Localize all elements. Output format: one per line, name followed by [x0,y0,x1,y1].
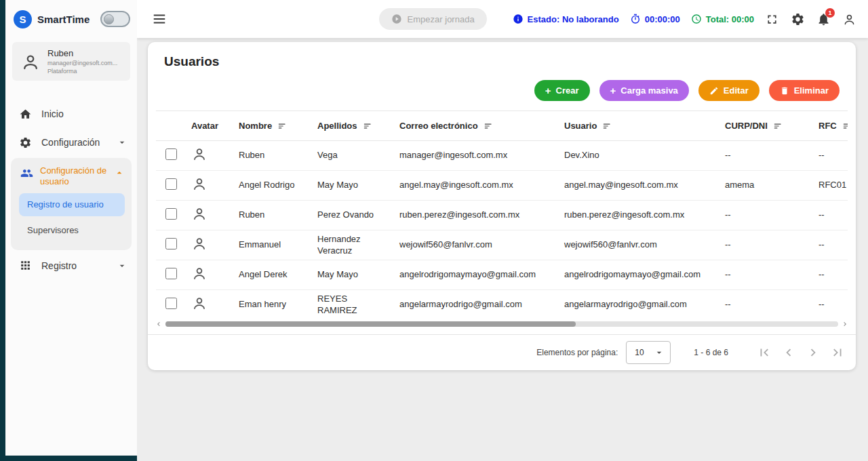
status-text: Estado: No laborando [528,14,619,24]
column-label: Usuario [564,121,597,131]
plus-icon: + [545,85,551,96]
people-icon [20,167,33,180]
submenu-configuracion-usuario: Configuración de usuario Registro de usu… [11,158,132,250]
create-button[interactable]: + Crear [534,80,590,101]
notification-badge: 1 [825,8,835,18]
scroll-right-icon[interactable] [841,320,849,328]
sidebar-item-registro-de-usuario[interactable]: Registro de usuario [19,193,125,216]
table-row: Angel Derek May Mayo angelrodrigomaymayo… [156,260,848,290]
cell-correo: angel.may@ingesoft.com.mx [399,171,564,201]
sidebar-user-card[interactable]: Ruben manager@ingesoft.com... Plataforma [12,42,130,81]
column-header-nombre: Nombre [239,111,317,141]
cell-usuario: angel.may@ingesoft.com.mx [564,171,725,201]
scroll-left-icon[interactable] [155,320,163,328]
cell-curp: -- [725,141,818,171]
cell-curp: -- [725,260,818,290]
scrollbar-thumb[interactable] [165,321,576,327]
sidebar-item-registro[interactable]: Registro [5,252,137,280]
info-icon [513,14,524,24]
create-button-label: Crear [556,85,579,96]
items-per-page-select[interactable]: 10 [626,341,671,364]
person-icon [842,12,856,26]
user-avatar-icon [191,205,208,222]
cell-correo: wejowif560@fanlvr.com [399,230,564,260]
sort-icon[interactable] [842,121,848,131]
main-content: Usuarios + Crear + Carga masiva Editar E… [137,38,868,461]
fullscreen-icon [765,12,779,26]
users-table: Avatar Nombre Apellidos Correo electróni… [156,111,848,317]
user-avatar-icon [191,265,208,281]
row-checkbox[interactable] [165,238,177,249]
fullscreen-button[interactable] [765,12,780,26]
toggle-knob [104,14,114,24]
row-checkbox[interactable] [165,298,177,309]
edit-button-label: Editar [724,85,749,96]
sidebar-collapse-toggle[interactable] [100,11,130,27]
page-title: Usuarios [164,54,840,69]
select-column-header [156,111,191,141]
profile-button[interactable] [842,12,857,26]
user-email: manager@ingesoft.com... [47,60,117,66]
cell-nombre: Eman henry [239,290,317,317]
sidebar-item-configuracion-de-usuario[interactable]: Configuración de usuario [11,162,132,191]
cell-usuario: ruben.perez@ingesoft.com.mx [564,201,725,230]
row-checkbox[interactable] [165,178,177,190]
first-page-button[interactable] [757,345,772,360]
items-per-page-label: Elementos por página: [536,348,618,357]
gear-icon [19,136,32,149]
start-workday-button[interactable]: Empezar jornada [379,8,487,30]
horizontal-scrollbar [155,319,849,329]
table-row: Emmanuel Hernandez Veracruz wejowif560@f… [156,230,848,260]
table-row: Eman henry REYES RAMIREZ angelarmayrodri… [156,290,848,317]
start-workday-label: Empezar jornada [408,14,475,24]
row-checkbox[interactable] [165,208,177,220]
stopwatch-icon [630,14,641,24]
last-page-button[interactable] [830,345,845,360]
pagination-range: 1 - 6 de 6 [694,348,728,357]
cell-rfc: -- [818,141,848,171]
cell-rfc: -- [818,290,848,317]
sidebar-item-inicio[interactable]: Inicio [5,100,137,128]
sort-icon[interactable] [602,121,612,131]
cell-usuario: wejowif560@fanlvr.com [564,230,725,260]
cell-nombre: Ruben [239,201,317,230]
cell-curp: -- [725,290,818,317]
edit-button[interactable]: Editar [698,80,760,101]
notifications-button[interactable]: 1 [816,12,831,26]
chevron-left-icon [781,345,796,360]
sort-icon[interactable] [277,121,287,131]
sidebar-item-configuracion[interactable]: Configuración [5,128,137,157]
sidebar-item-label: Inicio [41,108,64,119]
sidebar-item-supervisores[interactable]: Supervisores [19,219,125,242]
sort-icon[interactable] [363,121,372,131]
row-checkbox[interactable] [165,148,177,160]
cell-apellidos: Hernandez Veracruz [317,230,399,260]
topbar: Empezar jornada Estado: No laborando 00:… [137,0,868,38]
last-page-icon [830,345,845,360]
sort-icon[interactable] [773,121,783,131]
table-header-row: Avatar Nombre Apellidos Correo electróni… [156,111,848,141]
settings-button[interactable] [791,12,806,26]
menu-icon[interactable] [152,12,167,26]
sort-icon[interactable] [484,121,493,131]
bulk-upload-button[interactable]: + Carga masiva [599,80,689,101]
row-checkbox[interactable] [165,268,177,279]
previous-page-button[interactable] [781,345,796,360]
bulk-upload-button-label: Carga masiva [620,85,678,96]
cell-correo: angelrodrigomaymayo@gmail.com [399,260,564,290]
total-time: Total: 00:00 [691,14,754,24]
cell-nombre: Ruben [239,141,317,171]
sidebar-item-label: Configuración de usuario [40,165,107,188]
sidebar-item-label: Configuración [41,137,100,148]
cell-apellidos: Vega [317,141,399,171]
delete-button[interactable]: Eliminar [769,80,840,101]
session-timer: 00:00:00 [630,14,680,24]
cell-usuario: Dev.Xino [564,141,725,171]
table-row: Ruben Perez Ovando ruben.perez@ingesoft.… [156,201,848,230]
user-info: Ruben manager@ingesoft.com... Plataforma [47,48,117,75]
column-header-avatar: Avatar [191,111,239,141]
cell-curp: amema [725,171,818,201]
scrollbar-track[interactable] [165,321,838,327]
user-avatar-icon [191,146,208,162]
next-page-button[interactable] [806,345,821,360]
